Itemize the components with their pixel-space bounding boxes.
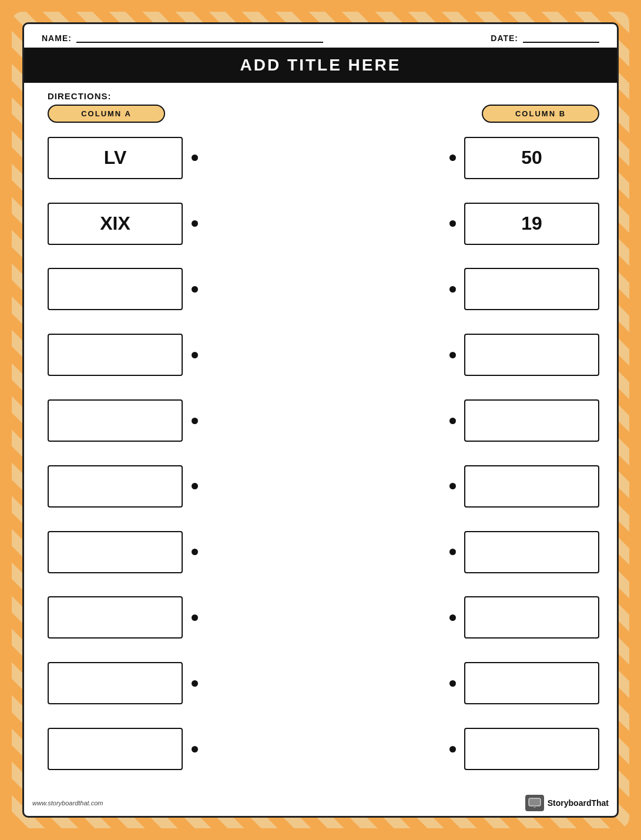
left-box-4: [48, 334, 183, 376]
directions-row: DIRECTIONS:: [24, 83, 617, 105]
bullet-dot: [192, 680, 198, 687]
right-bullet-2: [441, 220, 464, 227]
name-line: [76, 32, 323, 43]
footer-brand: StoryboardThat: [525, 795, 609, 811]
title-text: ADD TITLE HERE: [240, 56, 401, 74]
bullet-dot: [449, 483, 456, 489]
match-row-8: [48, 589, 599, 647]
footer: www.storyboardthat.com StoryboardThat: [24, 791, 617, 816]
right-bullet-10: [441, 746, 464, 752]
bullet-dot: [449, 614, 456, 621]
bullet-dot: [192, 154, 198, 161]
right-box-3: [464, 268, 599, 310]
name-label: NAME:: [42, 33, 72, 43]
main-content: COLUMN A COLUMN B LV: [24, 105, 617, 791]
storyboard-that-icon: [528, 798, 541, 808]
left-box-8: [48, 596, 183, 639]
right-box-2: 19: [464, 203, 599, 245]
match-row-1: LV 50: [48, 129, 599, 187]
match-row-9: [48, 654, 599, 713]
col-b-header: COLUMN B: [482, 105, 599, 123]
directions-label: DIRECTIONS:: [48, 91, 112, 101]
bullet-dot: [449, 352, 456, 358]
left-box-9: [48, 662, 183, 704]
right-bullet-5: [441, 418, 464, 424]
bullet-dot: [449, 418, 456, 424]
right-box-4: [464, 334, 599, 376]
name-field: NAME:: [42, 32, 323, 43]
bullet-dot: [192, 418, 198, 424]
right-bullet-1: [441, 154, 464, 161]
right-box-5: [464, 399, 599, 442]
match-row-3: [48, 260, 599, 319]
match-row-2: XIX 19: [48, 194, 599, 253]
bullet-dot: [449, 680, 456, 687]
right-bullet-9: [441, 680, 464, 687]
right-box-7: [464, 531, 599, 573]
match-row-10: [48, 720, 599, 778]
left-box-3: [48, 268, 183, 310]
bullet-dot: [192, 286, 198, 293]
col-a-header: COLUMN A: [48, 105, 165, 123]
left-bullet-10: [183, 746, 206, 752]
right-box-10: [464, 728, 599, 770]
left-bullet-5: [183, 418, 206, 424]
bullet-dot: [192, 746, 198, 752]
left-bullet-6: [183, 483, 206, 489]
bullet-dot: [192, 614, 198, 621]
right-box-1: 50: [464, 137, 599, 179]
left-box-1: LV: [48, 137, 183, 179]
left-bullet-4: [183, 352, 206, 358]
right-bullet-3: [441, 286, 464, 293]
right-box-6: [464, 465, 599, 508]
bullet-dot: [192, 483, 198, 489]
bullet-dot: [449, 154, 456, 161]
right-bullet-4: [441, 352, 464, 358]
left-bullet-1: [183, 154, 206, 161]
header-row: NAME: DATE:: [24, 24, 617, 48]
bullet-dot: [192, 220, 198, 227]
date-line: [523, 32, 599, 43]
left-box-6: [48, 465, 183, 508]
bullet-dot: [192, 549, 198, 555]
date-field: DATE:: [491, 32, 599, 43]
match-row-4: [48, 325, 599, 384]
right-bullet-7: [441, 549, 464, 555]
inner-page: NAME: DATE: ADD TITLE HERE DIRECTIONS: C…: [22, 22, 619, 818]
left-box-5: [48, 399, 183, 442]
left-box-2: XIX: [48, 203, 183, 245]
columns-container: COLUMN A COLUMN B LV: [48, 105, 599, 785]
left-bullet-9: [183, 680, 206, 687]
brand-icon: [525, 795, 544, 811]
footer-url: www.storyboardthat.com: [32, 799, 103, 807]
outer-border: NAME: DATE: ADD TITLE HERE DIRECTIONS: C…: [12, 12, 629, 828]
right-bullet-6: [441, 483, 464, 489]
svg-rect-0: [529, 798, 541, 806]
left-bullet-7: [183, 549, 206, 555]
match-row-7: [48, 523, 599, 582]
left-bullet-3: [183, 286, 206, 293]
bullet-dot: [449, 746, 456, 752]
date-label: DATE:: [491, 33, 518, 43]
right-box-9: [464, 662, 599, 704]
left-box-10: [48, 728, 183, 770]
left-box-7: [48, 531, 183, 573]
bullet-dot: [449, 220, 456, 227]
brand-name: StoryboardThat: [548, 798, 609, 808]
bullet-dot: [449, 286, 456, 293]
right-box-8: [464, 596, 599, 639]
column-headers: COLUMN A COLUMN B: [48, 105, 599, 129]
left-bullet-8: [183, 614, 206, 621]
title-bar: ADD TITLE HERE: [24, 48, 617, 83]
bullet-dot: [449, 549, 456, 555]
right-bullet-8: [441, 614, 464, 621]
bullet-dot: [192, 352, 198, 358]
match-row-5: [48, 391, 599, 450]
left-bullet-2: [183, 220, 206, 227]
match-row-6: [48, 457, 599, 516]
